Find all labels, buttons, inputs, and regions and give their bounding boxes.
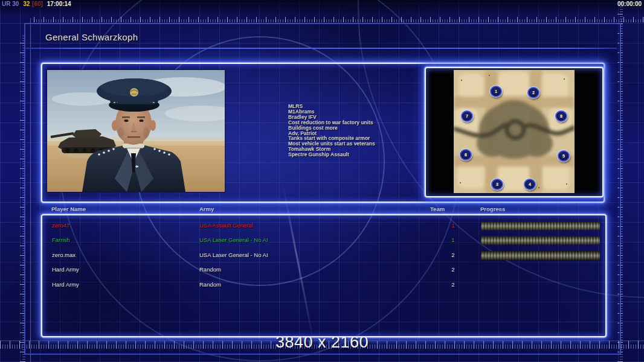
team-cell: 1 [435,237,471,243]
table-row: zero.maxUSA Laser General - No AI2 [42,249,605,263]
column-progress: Progress [480,206,505,212]
net-rate-label: UR 30 [2,1,19,7]
table-row: Hard ArmyRandom2 [42,278,605,293]
map-preview-panel: 12786534 [425,67,604,197]
progress-bar [481,236,600,245]
army-cell: USA Laser General - No AI [199,252,268,258]
fps-cap: [60] [32,1,43,7]
column-team: Team [430,206,445,212]
column-player-name: Player Name [51,206,86,212]
progress-bar [481,251,600,260]
progress-bar [481,221,600,230]
debug-status-bar: UR 30 32 [60] 17:00:14 [2,1,74,7]
map-image: 12786534 [454,70,575,194]
team-cell: 2 [435,281,471,288]
top-ruler [34,17,644,22]
title-divider [26,48,617,49]
trait-item: Spectre Gunship Assault [288,152,375,157]
general-traits-list: MLRSM1AbramsBradley IFVCost reduction to… [288,104,375,157]
army-cell: USA Assault General [199,222,253,229]
table-row: FarrishUSA Laser General - No AI1 [42,233,605,248]
start-position-marker: 5 [558,150,570,162]
army-cell: USA Laser General - No AI [199,237,268,243]
player-table-panel: zero47USA Assault General1FarrishUSA Las… [41,214,607,337]
team-cell: 2 [435,252,471,258]
table-row: zero47USA Assault General1 [42,219,605,233]
column-army: Army [199,206,214,212]
team-cell: 1 [435,222,471,229]
team-cell: 2 [435,266,471,273]
army-cell: Random [199,266,221,273]
player-name-cell: Hard Army [52,281,79,288]
player-name-cell: Hard Army [52,266,79,273]
resolution-label: 3840 x 2160 [275,333,369,352]
portrait-art [47,70,225,192]
progress-bar-fill [481,221,600,230]
general-info-panel: MLRSM1AbramsBradley IFVCost reduction to… [41,63,605,203]
page-title: General Schwarzkoph [45,32,138,42]
player-name-cell: zero.max [52,252,76,258]
player-name-cell: zero47 [52,222,69,229]
start-position-marker: 2 [527,87,539,98]
player-name-cell: Farrish [52,237,70,243]
progress-bar-fill [481,251,600,260]
loading-screen: UR 30 32 [60] 17:00:14 00:00:00 General … [0,0,644,362]
start-position-marker: 6 [460,149,472,160]
progress-bar-fill [481,236,600,245]
start-position-marker: 1 [490,86,502,97]
clock: 17:00:14 [47,1,71,7]
fps-value: 32 [23,1,30,7]
match-timer: 00:00:00 [617,1,642,7]
table-row: Hard ArmyRandom2 [42,263,605,278]
map-terrain [454,70,575,193]
army-cell: Random [199,281,221,288]
player-rows: zero47USA Assault General1FarrishUSA Las… [42,219,605,293]
general-portrait [47,70,225,192]
